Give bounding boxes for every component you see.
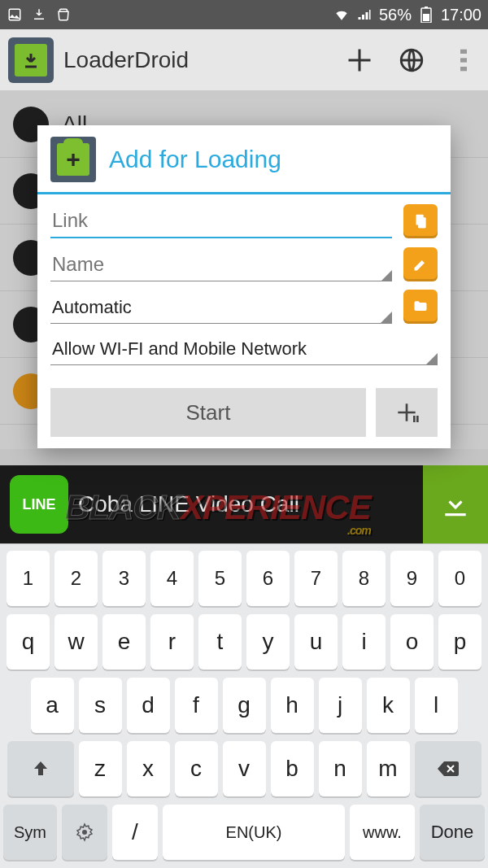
browser-button[interactable]: [395, 44, 428, 76]
overflow-menu-button[interactable]: [447, 44, 480, 76]
key-i[interactable]: i: [342, 614, 386, 670]
name-input[interactable]: [50, 246, 392, 281]
wifi-icon: [333, 7, 350, 23]
svg-rect-7: [460, 67, 467, 71]
key-h[interactable]: h: [271, 678, 314, 733]
key-y[interactable]: y: [246, 614, 290, 670]
battery-percent: 56%: [379, 6, 412, 24]
key-v[interactable]: v: [223, 741, 266, 796]
key-p[interactable]: p: [438, 614, 481, 670]
soft-keyboard: 1 2 3 4 5 6 7 8 9 0 q w e r t y u i o p …: [0, 544, 488, 868]
key-a[interactable]: a: [31, 678, 74, 733]
start-button[interactable]: Start: [50, 388, 366, 437]
svg-rect-6: [460, 58, 467, 62]
key-slash[interactable]: /: [112, 805, 158, 860]
key-space[interactable]: EN(UK): [163, 805, 345, 860]
key-www[interactable]: www.: [350, 805, 415, 860]
key-t[interactable]: t: [198, 614, 242, 670]
folder-button[interactable]: [403, 290, 438, 324]
ad-download-button[interactable]: [423, 465, 488, 543]
path-value: Automatic: [52, 297, 132, 317]
key-shift[interactable]: [7, 741, 74, 796]
key-o[interactable]: o: [390, 614, 434, 670]
svg-rect-2: [423, 14, 429, 21]
edit-name-button[interactable]: [403, 247, 438, 281]
clock: 17:00: [441, 6, 481, 24]
dialog-title: Add for Loading: [109, 146, 281, 173]
key-settings[interactable]: [62, 805, 107, 860]
key-0[interactable]: 0: [438, 551, 481, 606]
key-5[interactable]: 5: [198, 551, 242, 606]
kb-row-zxcv: z x c v b n m: [3, 741, 485, 796]
svg-rect-3: [425, 7, 428, 8]
key-3[interactable]: 3: [102, 551, 146, 606]
key-u[interactable]: u: [294, 614, 338, 670]
svg-point-13: [82, 830, 87, 835]
key-f[interactable]: f: [175, 678, 218, 733]
battery-icon: [418, 7, 434, 23]
svg-rect-5: [460, 49, 467, 53]
key-w[interactable]: w: [54, 614, 98, 670]
key-g[interactable]: g: [223, 678, 266, 733]
dialog-app-icon: +: [50, 137, 96, 182]
key-e[interactable]: e: [102, 614, 146, 670]
key-sym[interactable]: Sym: [3, 805, 57, 860]
key-2[interactable]: 2: [54, 551, 98, 606]
kb-row-numbers: 1 2 3 4 5 6 7 8 9 0: [3, 551, 485, 606]
download-icon: [31, 7, 47, 23]
network-select[interactable]: Allow WI-FI and Mobile Network: [50, 332, 438, 365]
key-8[interactable]: 8: [342, 551, 386, 606]
key-l[interactable]: l: [415, 678, 458, 733]
network-value: Allow WI-FI and Mobile Network: [52, 338, 307, 359]
app-bar: LoaderDroid: [0, 29, 488, 91]
key-s[interactable]: s: [79, 678, 122, 733]
key-k[interactable]: k: [367, 678, 410, 733]
key-backspace[interactable]: [415, 741, 481, 796]
key-r[interactable]: r: [150, 614, 194, 670]
key-j[interactable]: j: [319, 678, 362, 733]
app-title: LoaderDroid: [63, 47, 333, 73]
add-download-button[interactable]: [343, 44, 376, 76]
key-4[interactable]: 4: [150, 551, 194, 606]
key-n[interactable]: n: [319, 741, 362, 796]
link-input[interactable]: [50, 203, 392, 238]
key-6[interactable]: 6: [246, 551, 290, 606]
svg-rect-11: [413, 416, 416, 422]
svg-rect-12: [416, 416, 419, 422]
kb-row-qwerty: q w e r t y u i o p: [3, 614, 485, 670]
signal-icon: [356, 7, 373, 23]
app-icon: [8, 37, 54, 83]
add-pause-button[interactable]: [376, 388, 438, 437]
key-d[interactable]: d: [127, 678, 170, 733]
status-bar: 56% 17:00: [0, 0, 488, 29]
key-c[interactable]: c: [175, 741, 218, 796]
ad-banner[interactable]: LINE Coba LINE Video Call: [0, 465, 488, 543]
key-1[interactable]: 1: [7, 551, 50, 606]
key-q[interactable]: q: [7, 614, 50, 670]
line-app-icon: LINE: [10, 475, 68, 534]
svg-rect-10: [418, 217, 425, 228]
kb-row-asdf: a s d f g h j k l: [3, 678, 485, 733]
image-icon: [7, 7, 23, 23]
paste-button[interactable]: [403, 204, 438, 238]
key-done[interactable]: Done: [420, 805, 485, 860]
key-x[interactable]: x: [127, 741, 170, 796]
ad-text: Coba LINE Video Call: [78, 491, 423, 517]
key-7[interactable]: 7: [294, 551, 338, 606]
key-z[interactable]: z: [79, 741, 122, 796]
key-b[interactable]: b: [271, 741, 314, 796]
key-m[interactable]: m: [367, 741, 410, 796]
store-icon: [55, 7, 72, 23]
add-for-loading-dialog: + Add for Loading Automatic Allow WI-FI …: [37, 125, 451, 448]
kb-row-bottom: Sym / EN(UK) www. Done: [3, 805, 485, 860]
path-select[interactable]: Automatic: [50, 290, 392, 324]
key-9[interactable]: 9: [390, 551, 434, 606]
